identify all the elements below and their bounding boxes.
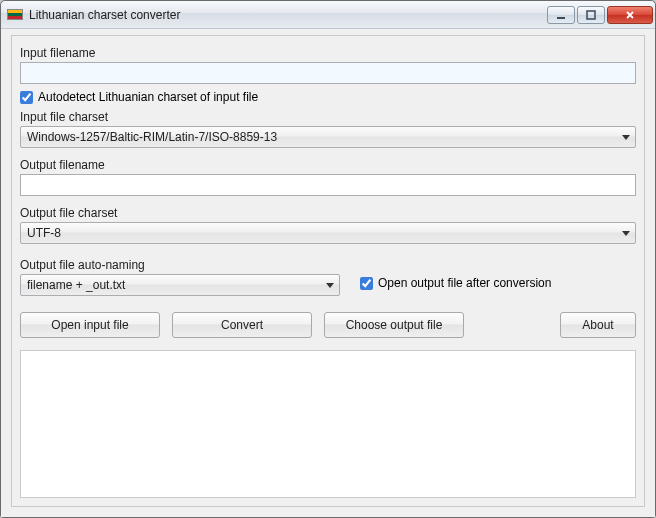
input-charset-value: Windows-1257/Baltic-RIM/Latin-7/ISO-8859… (27, 130, 277, 144)
input-filename-label: Input filename (20, 46, 636, 60)
autodetect-label: Autodetect Lithuanian charset of input f… (38, 90, 258, 104)
titlebar[interactable]: Lithuanian charset converter (1, 1, 655, 29)
open-after-row[interactable]: Open output file after conversion (360, 276, 551, 294)
svg-rect-1 (587, 11, 595, 19)
input-charset-combo[interactable]: Windows-1257/Baltic-RIM/Latin-7/ISO-8859… (20, 126, 636, 148)
maximize-button[interactable] (577, 6, 605, 24)
chevron-down-icon (622, 135, 630, 140)
main-panel: Input filename Autodetect Lithuanian cha… (11, 35, 645, 507)
open-after-label: Open output file after conversion (378, 276, 551, 290)
client-area: Input filename Autodetect Lithuanian cha… (1, 29, 655, 517)
choose-output-button[interactable]: Choose output file (324, 312, 464, 338)
output-filename-field[interactable] (20, 174, 636, 196)
log-output (20, 350, 636, 498)
window-controls (547, 6, 653, 24)
app-window: Lithuanian charset converter Input filen… (0, 0, 656, 518)
input-filename-field[interactable] (20, 62, 636, 84)
convert-button[interactable]: Convert (172, 312, 312, 338)
output-charset-label: Output file charset (20, 206, 636, 220)
output-filename-label: Output filename (20, 158, 636, 172)
lithuania-flag-icon (7, 9, 23, 20)
auto-naming-label: Output file auto-naming (20, 258, 340, 272)
autodetect-checkbox[interactable] (20, 91, 33, 104)
autodetect-row[interactable]: Autodetect Lithuanian charset of input f… (20, 90, 636, 104)
window-title: Lithuanian charset converter (29, 8, 180, 22)
chevron-down-icon (326, 283, 334, 288)
output-charset-value: UTF-8 (27, 226, 61, 240)
auto-naming-value: filename + _out.txt (27, 278, 125, 292)
open-input-button[interactable]: Open input file (20, 312, 160, 338)
chevron-down-icon (622, 231, 630, 236)
open-after-checkbox[interactable] (360, 277, 373, 290)
input-charset-label: Input file charset (20, 110, 636, 124)
output-charset-combo[interactable]: UTF-8 (20, 222, 636, 244)
close-button[interactable] (607, 6, 653, 24)
button-row: Open input file Convert Choose output fi… (20, 312, 636, 338)
minimize-button[interactable] (547, 6, 575, 24)
about-button[interactable]: About (560, 312, 636, 338)
auto-naming-combo[interactable]: filename + _out.txt (20, 274, 340, 296)
svg-rect-0 (557, 17, 565, 19)
